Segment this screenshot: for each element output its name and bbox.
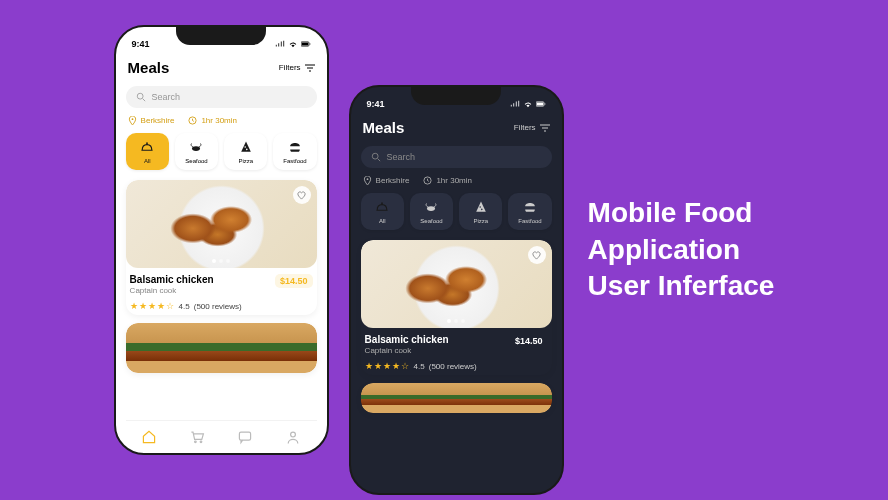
svg-point-13 [290, 432, 295, 437]
meal-image [361, 240, 552, 328]
time-label: 1hr 30min [201, 116, 237, 125]
burger-icon [522, 199, 538, 215]
time-chip[interactable]: 1hr 30min [423, 176, 472, 185]
time-chip[interactable]: 1hr 30min [188, 116, 237, 125]
filters-button[interactable]: Filters [279, 63, 315, 72]
meal-name: Balsamic chicken [365, 334, 449, 345]
category-label: Pizza [473, 218, 488, 224]
svg-point-20 [381, 202, 383, 204]
wifi-icon [288, 40, 298, 48]
search-input[interactable]: Search [361, 146, 552, 168]
filter-icon [305, 64, 315, 72]
info-row: Berkshire 1hr 30min [361, 176, 552, 185]
crab-icon [188, 139, 204, 155]
nav-profile[interactable] [285, 429, 301, 449]
reviews-count: (500 reviews) [194, 302, 242, 311]
meal-price: $14.50 [275, 274, 313, 288]
svg-point-3 [137, 93, 143, 99]
meal-card[interactable]: Balsamic chicken Captain cook $14.50 ★★★… [361, 240, 552, 375]
favorite-button[interactable] [293, 186, 311, 204]
svg-point-17 [372, 153, 378, 159]
location-chip[interactable]: Berkshire [363, 176, 410, 185]
svg-point-22 [479, 206, 481, 208]
category-fastfood[interactable]: Fastfood [273, 133, 316, 170]
meal-card[interactable]: Balsamic chicken Captain cook $14.50 ★★★… [126, 180, 317, 315]
meal-card-2[interactable] [126, 323, 317, 373]
location-icon [363, 176, 372, 185]
meal-image [126, 180, 317, 268]
hero-line-1: Mobile Food [588, 195, 775, 231]
clock-icon [423, 176, 432, 185]
favorite-button[interactable] [528, 246, 546, 264]
svg-point-8 [244, 146, 246, 148]
meal-name: Balsamic chicken [130, 274, 214, 285]
svg-point-10 [195, 441, 197, 443]
status-icons [275, 40, 311, 48]
meal-info: Balsamic chicken Captain cook $14.50 [361, 328, 552, 359]
category-seafood[interactable]: Seafood [175, 133, 218, 170]
svg-point-4 [131, 118, 133, 120]
category-label: All [144, 158, 151, 164]
svg-point-18 [366, 178, 368, 180]
image-pagination[interactable] [447, 319, 465, 323]
category-label: Pizza [238, 158, 253, 164]
user-icon [285, 429, 301, 445]
category-label: All [379, 218, 386, 224]
rating-row: ★★★★☆ 4.5 (500 reviews) [361, 361, 552, 375]
image-pagination[interactable] [212, 259, 230, 263]
filter-icon [540, 124, 550, 132]
cart-icon [189, 429, 205, 445]
svg-point-11 [200, 441, 202, 443]
nav-chat[interactable] [237, 429, 253, 449]
category-pizza[interactable]: Pizza [224, 133, 267, 170]
category-all[interactable]: All [126, 133, 169, 170]
status-time: 9:41 [367, 99, 385, 109]
category-pizza[interactable]: Pizza [459, 193, 502, 230]
hero-line-2: Application [588, 232, 775, 268]
meal-image-2 [361, 383, 552, 413]
category-all[interactable]: All [361, 193, 404, 230]
star-icon: ★★★★☆ [365, 361, 410, 371]
time-label: 1hr 30min [436, 176, 472, 185]
page-title: Meals [128, 59, 170, 76]
search-icon [371, 152, 381, 162]
meal-card-2[interactable] [361, 383, 552, 413]
filters-button[interactable]: Filters [514, 123, 550, 132]
svg-rect-2 [309, 43, 310, 44]
meal-image-2 [126, 323, 317, 373]
svg-rect-12 [239, 432, 250, 440]
heart-icon [297, 191, 306, 200]
location-icon [128, 116, 137, 125]
signal-icon [510, 100, 520, 108]
nav-cart[interactable] [189, 429, 205, 449]
battery-icon [536, 100, 546, 108]
notch [176, 27, 266, 45]
location-label: Berkshire [141, 116, 175, 125]
page-title: Meals [363, 119, 405, 136]
search-placeholder: Search [152, 92, 181, 102]
battery-icon [301, 40, 311, 48]
rating-row: ★★★★☆ 4.5 (500 reviews) [126, 301, 317, 315]
category-fastfood[interactable]: Fastfood [508, 193, 551, 230]
search-placeholder: Search [387, 152, 416, 162]
home-icon [141, 429, 157, 445]
search-icon [136, 92, 146, 102]
meal-cook: Captain cook [130, 286, 214, 295]
status-time: 9:41 [132, 39, 150, 49]
filters-label: Filters [514, 123, 536, 132]
svg-rect-15 [536, 103, 542, 106]
svg-point-6 [146, 142, 148, 144]
header: Meals Filters [361, 115, 552, 140]
category-seafood[interactable]: Seafood [410, 193, 453, 230]
signal-icon [275, 40, 285, 48]
location-chip[interactable]: Berkshire [128, 116, 175, 125]
reviews-count: (500 reviews) [429, 362, 477, 371]
crab-icon [423, 199, 439, 215]
phones-container: 9:41 Meals Filters Search Berkshire [114, 5, 564, 495]
hero-line-3: User Inferface [588, 268, 775, 304]
search-input[interactable]: Search [126, 86, 317, 108]
meal-info: Balsamic chicken Captain cook $14.50 [126, 268, 317, 299]
bottom-nav [126, 420, 317, 453]
filters-label: Filters [279, 63, 301, 72]
nav-home[interactable] [141, 429, 157, 449]
